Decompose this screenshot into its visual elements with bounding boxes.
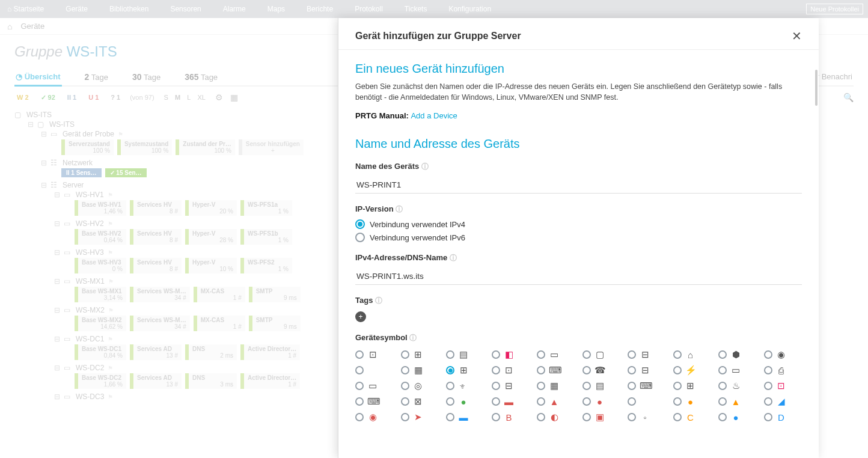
sensor-item[interactable]: MX-CAS1 # bbox=[194, 316, 245, 331]
tree-host[interactable]: WS-DC1 bbox=[76, 335, 104, 343]
device-icon-option[interactable]: ● bbox=[446, 396, 484, 407]
device-icon-option[interactable]: ⊟ bbox=[628, 349, 666, 360]
device-icon-option[interactable]: ▦ bbox=[401, 365, 439, 376]
device-icon-option[interactable]: ▣ bbox=[582, 412, 621, 423]
sensor-item[interactable]: Base WS-DC21,66 % bbox=[75, 373, 126, 389]
device-icon-option[interactable]: C bbox=[673, 412, 712, 423]
device-icon-option[interactable]: ⊞ bbox=[401, 349, 439, 360]
device-icon-option[interactable]: ⌨ bbox=[628, 380, 666, 391]
device-icon-option[interactable]: ▤ bbox=[582, 380, 621, 391]
sensor-item[interactable]: Base WS-HV20,64 % bbox=[75, 229, 126, 245]
device-icon-option[interactable]: ▭ bbox=[718, 365, 757, 376]
device-icon-option[interactable]: ⌨ bbox=[355, 396, 394, 407]
radio-ipv6[interactable]: Verbindung verwendet IPv6 bbox=[355, 233, 802, 242]
size-l[interactable]: L bbox=[187, 94, 191, 101]
sensor-item[interactable]: Services AD13 # bbox=[130, 373, 182, 389]
device-icon-option[interactable]: ● bbox=[582, 396, 621, 407]
sensor-item[interactable]: SMTP9 ms bbox=[249, 287, 301, 302]
device-icon-option[interactable] bbox=[628, 396, 666, 407]
tree-host[interactable]: WS-MX2 bbox=[76, 306, 105, 314]
tree-server[interactable]: Server bbox=[63, 181, 84, 189]
gear-icon[interactable] bbox=[215, 93, 223, 102]
sensor-item[interactable]: Serverzustand100 % bbox=[61, 139, 114, 155]
sensor-item[interactable]: Hyper-V20 % bbox=[185, 200, 237, 216]
sensor-item[interactable]: Active Director…1 # bbox=[240, 344, 300, 360]
nav-alarms[interactable]: Alarme bbox=[221, 5, 248, 13]
sensor-item[interactable]: Base WS-MX214,62 % bbox=[75, 316, 126, 331]
nav-devices[interactable]: Geräte bbox=[63, 5, 90, 13]
sensor-item[interactable]: Services HV8 # bbox=[130, 200, 182, 216]
sensor-item[interactable]: WS-PFS1b1 % bbox=[240, 229, 292, 245]
device-icon-option[interactable]: ▬ bbox=[492, 396, 530, 407]
device-icon-option[interactable]: ♨ bbox=[718, 380, 757, 391]
sensor-item[interactable]: Base WS-MX13,14 % bbox=[75, 287, 126, 302]
device-icon-option[interactable]: ◐ bbox=[537, 412, 575, 423]
info-icon[interactable]: ⓘ bbox=[396, 205, 403, 213]
sensor-item[interactable]: Services AD13 # bbox=[130, 344, 182, 360]
device-icon-option[interactable]: ᯤ bbox=[446, 380, 484, 391]
nav-sensors[interactable]: Sensoren bbox=[168, 5, 203, 13]
tree-host[interactable]: WS-DC3 bbox=[76, 392, 104, 401]
sensor-item[interactable]: WS-PFS1a1 % bbox=[240, 200, 292, 216]
info-icon[interactable]: ⓘ bbox=[450, 254, 457, 262]
sensor-item[interactable]: DNS3 ms bbox=[185, 373, 237, 389]
device-icon-option[interactable]: ▲ bbox=[718, 396, 757, 407]
sensor-item[interactable]: Hyper-V10 % bbox=[185, 258, 237, 273]
tree-probe[interactable]: Gerät der Probe bbox=[63, 130, 114, 138]
grid-icon[interactable] bbox=[230, 93, 238, 102]
device-icon-option[interactable]: ⊟ bbox=[492, 380, 530, 391]
device-icon-option[interactable]: ⊞ bbox=[446, 365, 484, 376]
badge-down[interactable]: U 1 bbox=[86, 93, 101, 102]
sensor-item[interactable]: Services WS-M…34 # bbox=[130, 287, 190, 302]
device-icon-option[interactable]: ⌨ bbox=[537, 365, 575, 376]
device-icon-option[interactable]: ▦ bbox=[537, 380, 575, 391]
device-icon-option[interactable]: ◎ bbox=[401, 380, 439, 391]
net-ok-badge[interactable]: ✓ 15 Sen… bbox=[105, 168, 147, 177]
tree-host[interactable]: WS-HV3 bbox=[76, 248, 104, 257]
toggle-icon[interactable]: ⊟ bbox=[28, 120, 34, 129]
sensor-item[interactable]: WS-PFS21 % bbox=[240, 258, 292, 273]
sensor-item[interactable]: Sensor hinzufügen+ bbox=[239, 139, 304, 155]
ipv4-address-input[interactable] bbox=[355, 268, 802, 285]
device-icon-option[interactable]: ◉ bbox=[764, 349, 802, 360]
nav-protocol[interactable]: Protokoll bbox=[352, 5, 385, 13]
device-icon-option[interactable]: ▬ bbox=[446, 412, 484, 423]
device-icon-option[interactable]: D bbox=[764, 412, 802, 423]
tab-2days[interactable]: 2 Tage bbox=[84, 69, 109, 85]
badge-warn[interactable]: W 2 bbox=[14, 93, 31, 102]
tree-host[interactable]: WS-MX1 bbox=[76, 277, 105, 285]
home-icon[interactable] bbox=[7, 22, 12, 31]
info-icon[interactable]: ⓘ bbox=[409, 334, 417, 342]
tree-host[interactable]: WS-DC2 bbox=[76, 364, 104, 372]
device-icon-option[interactable]: ⊞ bbox=[673, 380, 712, 391]
sensor-item[interactable]: Active Director…1 # bbox=[240, 373, 300, 389]
device-icon-option[interactable]: ⊡ bbox=[492, 365, 530, 376]
nav-tickets[interactable]: Tickets bbox=[402, 5, 430, 13]
size-s[interactable]: S bbox=[164, 94, 168, 101]
badge-unknown[interactable]: ? 1 bbox=[108, 93, 123, 102]
nav-config[interactable]: Konfiguration bbox=[446, 5, 494, 13]
device-icon-option[interactable]: ● bbox=[673, 396, 712, 407]
sensor-item[interactable]: Base WS-DC10,84 % bbox=[75, 344, 126, 360]
sensor-item[interactable]: Systemzustand100 % bbox=[117, 139, 172, 155]
size-m[interactable]: M bbox=[175, 94, 180, 101]
sensor-item[interactable]: MX-CAS1 # bbox=[194, 287, 245, 302]
device-icon-option[interactable]: ◢ bbox=[764, 396, 802, 407]
sensor-item[interactable]: Zustand der Pr…100 % bbox=[176, 139, 235, 155]
tree-root[interactable]: WS-ITS bbox=[26, 111, 52, 119]
tab-365days[interactable]: 365 Tage bbox=[183, 69, 219, 85]
add-tag-button[interactable]: + bbox=[355, 311, 366, 322]
tree-host[interactable]: WS-HV1 bbox=[76, 191, 104, 199]
new-protocol-button[interactable]: Neue Protokollei bbox=[806, 4, 863, 14]
device-icon-option[interactable]: ◧ bbox=[492, 349, 530, 360]
device-icon-option[interactable]: ☎ bbox=[582, 365, 621, 376]
sensor-item[interactable]: Services HV8 # bbox=[130, 229, 182, 245]
device-icon-option[interactable]: ⬢ bbox=[718, 349, 757, 360]
device-icon-option[interactable]: ⊡ bbox=[764, 380, 802, 391]
nav-libraries[interactable]: Bibliotheken bbox=[107, 5, 151, 13]
sensor-item[interactable]: Services HV8 # bbox=[130, 258, 182, 273]
device-icon-option[interactable]: ▭ bbox=[537, 349, 575, 360]
device-icon-option[interactable]: ⊟ bbox=[628, 365, 666, 376]
search-icon[interactable] bbox=[843, 93, 854, 102]
device-icon-option[interactable]: ⌂ bbox=[673, 349, 712, 360]
